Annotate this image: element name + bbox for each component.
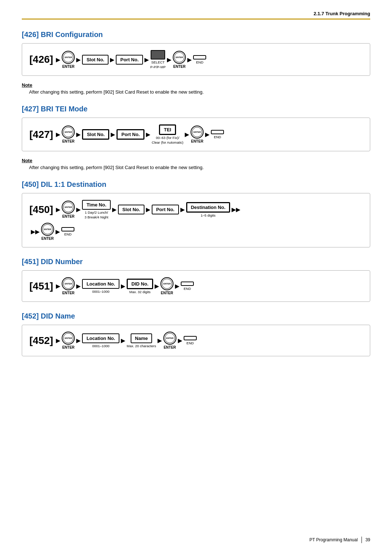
dest-digits: 1–5 digits	[201, 213, 216, 217]
name-group: Name Max. 20 characters	[127, 333, 156, 348]
end-label-1: END	[196, 60, 203, 64]
end-label-450: END	[64, 232, 72, 236]
port-no-450[interactable]: Port No.	[152, 205, 179, 214]
enter-button-2[interactable]: ENTER	[173, 51, 186, 64]
header-bar: 2.1.7 Trunk Programming	[22, 11, 370, 20]
section-426: [426] BRI Configuration [426] ▶ ENTER EN…	[22, 30, 370, 95]
location-range-452: 0001–1000	[92, 344, 110, 348]
diagram-452: [452] ▶ ENTER ENTER ▶ Location No. 0001–…	[22, 325, 370, 356]
name-max-label: Max. 20 characters	[127, 344, 156, 348]
tei-btn[interactable]: TEI	[159, 124, 176, 135]
footer-divider	[362, 537, 362, 543]
code-450: [450]	[29, 204, 53, 216]
note-426-title: Note	[22, 82, 370, 88]
note-427: Note After changing this setting, perfor…	[22, 158, 370, 170]
section-427: [427] BRI TEI Mode [427] ▶ ENTER ENTER ▶…	[22, 105, 370, 170]
arrow-450-5: ▶	[180, 206, 185, 213]
enter-group-452: ENTER ENTER	[62, 332, 75, 349]
section-450: [450] DIL 1:1 Destination [450] ▶ ENTER …	[22, 180, 370, 247]
footer-text: PT Programming Manual	[309, 537, 358, 542]
flow-450-row1: [450] ▶ ENTER ENTER ▶ Time No. 1 Day/2 L…	[29, 200, 363, 219]
arrow1: ▶	[56, 56, 60, 63]
arrow5: ▶	[167, 56, 171, 63]
arrow-452-3: ▶	[121, 337, 125, 344]
slot-no-group: Slot No.	[82, 55, 109, 65]
time-sub2: 3 Break/4 Night	[85, 215, 108, 219]
enter-group-1: ENTER ENTER	[62, 51, 75, 69]
enter-inner-451: ENTER	[63, 279, 73, 289]
did-no-btn[interactable]: DID No.	[127, 279, 153, 289]
enter-button-450b[interactable]: ENTER	[41, 223, 54, 236]
enter-group-427b: ENTER ENTER	[191, 126, 204, 143]
slot-no-450[interactable]: Slot No.	[118, 205, 144, 214]
flow-426: [426] ▶ ENTER ENTER ▶ Slot No. ▶	[29, 50, 363, 69]
enter-button-451b[interactable]: ENTER	[160, 277, 173, 290]
footer-page: 39	[366, 537, 370, 542]
enter-button-451[interactable]: ENTER	[62, 277, 75, 290]
note-426-text: After changing this setting, perform [90…	[22, 89, 370, 95]
section-450-title: [450] DIL 1:1 Destination	[22, 180, 370, 189]
enter-button-427b[interactable]: ENTER	[191, 126, 204, 139]
enter-group-451b: ENTER ENTER	[160, 277, 173, 295]
diagram-450: [450] ▶ ENTER ENTER ▶ Time No. 1 Day/2 L…	[22, 193, 370, 247]
slot-no-btn[interactable]: Slot No.	[82, 55, 109, 65]
slot-no-427[interactable]: Slot No.	[82, 129, 109, 140]
enter-inner-1: ENTER	[63, 52, 73, 62]
page: 2.1.7 Trunk Programming [426] BRI Config…	[0, 0, 392, 554]
enter-button-452[interactable]: ENTER	[62, 332, 75, 345]
time-sub1: 1 Day/2 Lunch/	[85, 210, 108, 214]
enter-group-2: ENTER ENTER	[173, 51, 186, 69]
arrow-451-5: ▶	[175, 283, 179, 290]
section-427-title: [427] BRI TEI Mode	[22, 105, 370, 113]
enter-label-451b: ENTER	[161, 291, 173, 295]
flow-452: [452] ▶ ENTER ENTER ▶ Location No. 0001–…	[29, 332, 363, 349]
enter-button-452b[interactable]: ENTER	[163, 332, 176, 345]
end-btn-1	[193, 55, 206, 59]
arrow-427-5: ▶	[185, 131, 189, 138]
section-452: [452] DID Name [452] ▶ ENTER ENTER ▶ Loc…	[22, 312, 370, 356]
flow-450-row2: ▶▶ ENTER ENTER ▶ END	[29, 223, 363, 241]
name-btn[interactable]: Name	[131, 333, 152, 343]
arrow-451-3: ▶	[121, 283, 125, 290]
arrow-450-2: ▶	[76, 206, 81, 213]
port-no-btn[interactable]: Port No.	[116, 55, 143, 65]
enter-inner-452b: ENTER	[165, 333, 175, 343]
port-no-427[interactable]: Port No.	[117, 129, 144, 140]
arrow-450-4: ▶	[146, 206, 150, 213]
dest-no-btn[interactable]: Destination No.	[186, 202, 230, 213]
arrow-451-2: ▶	[76, 283, 81, 290]
section-451-title: [451] DID Number	[22, 258, 370, 266]
flow-451: [451] ▶ ENTER ENTER ▶ Location No. 0001–…	[29, 277, 363, 295]
enter-button-427[interactable]: ENTER	[62, 126, 75, 139]
location-no-group-452: Location No. 0001–1000	[82, 333, 119, 348]
enter-label-452: ENTER	[62, 345, 74, 349]
diagram-451: [451] ▶ ENTER ENTER ▶ Location No. 0001–…	[22, 270, 370, 302]
enter-label-450: ENTER	[62, 214, 74, 218]
section-451: [451] DID Number [451] ▶ ENTER ENTER ▶ L…	[22, 258, 370, 302]
dest-no-group: Destination No. 1–5 digits	[186, 202, 230, 217]
header-title: 2.1.7 Trunk Programming	[314, 11, 370, 16]
arrow2: ▶	[76, 56, 81, 63]
enter-inner-427b: ENTER	[192, 127, 202, 137]
arrow-450-double2: ▶▶	[31, 228, 40, 235]
enter-button-1[interactable]: ENTER	[62, 51, 75, 64]
arrow-451-4: ▶	[155, 283, 159, 290]
enter-button-450[interactable]: ENTER	[62, 201, 75, 214]
note-427-text: After changing this setting, perform [90…	[22, 165, 370, 170]
select-group: SELECT P-P/P-MP	[150, 50, 166, 69]
end-group-452: END	[184, 336, 197, 345]
location-no-btn-452[interactable]: Location No.	[82, 333, 119, 343]
enter-group-427: ENTER ENTER	[62, 126, 75, 143]
enter-inner-451b: ENTER	[162, 279, 172, 289]
tei-range: 00–63 (for Fix)/	[156, 136, 179, 140]
arrow-450-double: ▶▶	[232, 206, 240, 213]
enter-label-1: ENTER	[62, 65, 74, 69]
arrow3: ▶	[110, 56, 114, 63]
time-no-btn[interactable]: Time No.	[82, 200, 111, 210]
arrow-450-3: ▶	[112, 206, 117, 213]
select-label: SELECT	[151, 60, 165, 64]
arrow-450-6: ▶	[56, 228, 60, 235]
arrow4: ▶	[144, 56, 149, 63]
location-no-btn-451[interactable]: Location No.	[82, 279, 119, 289]
select-btn[interactable]	[151, 50, 165, 59]
